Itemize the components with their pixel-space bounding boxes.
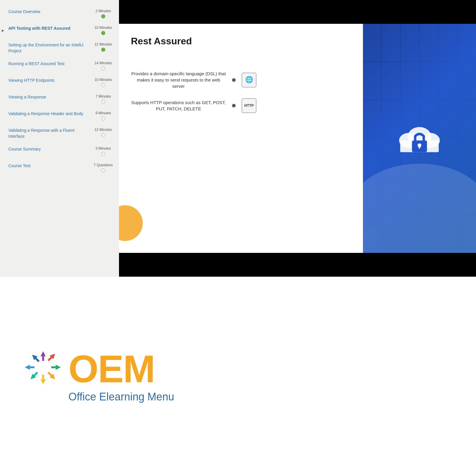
sidebar-item-label-running-test: Running a REST Assured Test (8, 61, 93, 67)
sidebar-item-setting-up[interactable]: Setting up the Environment for an Intell… (6, 39, 116, 57)
point1-connector (232, 78, 236, 82)
sidebar-item-duration-viewing-endpoints: 10 Minutes (95, 78, 112, 82)
sidebar-item-duration-validating-fluent: 12 Minutes (95, 128, 112, 132)
player-section: Course Overview2 MinutesAPI Testing with… (0, 0, 476, 277)
orange-circle-decoration (119, 205, 143, 241)
sidebar-item-label-course-overview: Course Overview (8, 9, 93, 15)
sidebar-item-status-api-testing (101, 31, 105, 35)
video-wrapper: Rest Assured Provides a domain-specific … (119, 24, 476, 253)
sidebar-item-label-validating-header: Validating a Response Header and Body (8, 111, 93, 117)
sidebar-item-viewing-endpoints[interactable]: Viewing HTTP Endpoints10 Minutes (6, 75, 116, 90)
sidebar-item-course-test[interactable]: Course Test7 Questions (6, 160, 116, 176)
sidebar-item-meta-validating-fluent: 12 Minutes (93, 128, 114, 137)
oem-brand-text: OEM (68, 350, 155, 388)
sidebar-item-duration-setting-up: 12 Minutes (95, 42, 112, 46)
content-area: Rest Assured Provides a domain-specific … (119, 0, 476, 277)
logo-container: OEM Office Elearning Menu (24, 350, 174, 403)
slide-frame: Rest Assured Provides a domain-specific … (119, 24, 476, 253)
svg-marker-17 (40, 379, 46, 384)
point1-icon: 🌐 (242, 73, 256, 87)
lock-icon-container (393, 111, 446, 166)
sidebar-item-duration-course-overview: 2 Minutes (95, 9, 111, 13)
sidebar-item-duration-viewing-response: 7 Minutes (95, 94, 111, 98)
oem-arrows-icon (24, 350, 62, 388)
sidebar-item-validating-fluent[interactable]: Validating a Response with a Fluent Inte… (6, 125, 116, 142)
svg-marker-9 (40, 351, 46, 356)
sidebar-item-meta-viewing-response: 7 Minutes (93, 94, 114, 104)
sidebar-item-duration-course-test: 7 Questions (94, 163, 113, 167)
point2-text: Supports HTTP operations such as GET, PO… (131, 99, 226, 112)
sidebar-item-status-validating-header (101, 116, 105, 120)
svg-marker-21 (25, 365, 30, 370)
course-sidebar: Course Overview2 MinutesAPI Testing with… (0, 0, 119, 277)
sidebar-item-label-course-summary: Course Summary (8, 146, 93, 152)
sidebar-item-status-course-overview (101, 14, 105, 18)
sidebar-item-meta-validating-header: 9 Minutes (93, 111, 114, 120)
slide-left: Rest Assured Provides a domain-specific … (119, 24, 363, 253)
sidebar-item-label-viewing-response: Viewing a Response (8, 94, 93, 100)
sidebar-item-label-api-testing: API Testing with REST Assured (8, 26, 93, 32)
sidebar-item-status-validating-fluent (101, 133, 105, 137)
slide-points: Provides a domain-specific language (DSL… (131, 71, 354, 113)
sidebar-item-status-setting-up (101, 48, 105, 52)
sidebar-item-meta-running-test: 14 Minutes (93, 61, 114, 71)
svg-rect-10 (42, 356, 44, 361)
sidebar-item-status-course-summary (101, 152, 105, 156)
sidebar-item-duration-running-test: 14 Minutes (95, 61, 112, 65)
black-bar-top (119, 0, 476, 24)
slide-right (363, 24, 476, 253)
sidebar-item-label-validating-fluent: Validating a Response with a Fluent Inte… (8, 128, 93, 139)
sidebar-item-meta-course-test: 7 Questions (93, 163, 114, 173)
sidebar-item-duration-course-summary: 3 Minutes (95, 146, 111, 151)
sidebar-item-duration-validating-header: 9 Minutes (95, 111, 111, 115)
black-bar-bottom (119, 253, 476, 277)
sidebar-item-status-course-test (101, 168, 105, 173)
svg-rect-18 (42, 375, 44, 379)
slide-point-2: Supports HTTP operations such as GET, PO… (131, 98, 354, 113)
sidebar-item-course-summary[interactable]: Course Summary3 Minutes (6, 143, 116, 159)
sidebar-item-meta-course-overview: 2 Minutes (93, 9, 114, 18)
svg-rect-14 (51, 366, 56, 368)
sidebar-item-course-overview[interactable]: Course Overview2 Minutes (6, 6, 116, 21)
point2-icon: HTTP (242, 98, 256, 113)
bottom-section: OEM Office Elearning Menu (0, 277, 476, 476)
sidebar-item-meta-api-testing: 10 Minutes (93, 26, 114, 35)
sidebar-item-running-test[interactable]: Running a REST Assured Test14 Minutes (6, 58, 116, 73)
sidebar-item-status-viewing-response (101, 100, 105, 104)
sidebar-item-meta-course-summary: 3 Minutes (93, 146, 114, 156)
sidebar-item-label-course-test: Course Test (8, 163, 93, 169)
cloud-arc (363, 164, 476, 253)
svg-rect-8 (35, 358, 40, 362)
sidebar-item-meta-viewing-endpoints: 10 Minutes (93, 78, 114, 87)
svg-marker-13 (56, 365, 61, 370)
oem-tagline: Office Elearning Menu (68, 391, 174, 403)
sidebar-item-meta-setting-up: 12 Minutes (93, 42, 114, 52)
sidebar-item-validating-header[interactable]: Validating a Response Header and Body9 M… (6, 108, 116, 123)
svg-rect-6 (419, 145, 420, 148)
point2-connector (232, 104, 236, 107)
slide-title: Rest Assured (131, 36, 354, 47)
logo-row: OEM (24, 350, 155, 388)
sidebar-item-label-viewing-endpoints: Viewing HTTP Endpoints (8, 78, 93, 84)
sidebar-item-duration-api-testing: 10 Minutes (95, 26, 112, 30)
slide-point-1: Provides a domain-specific language (DSL… (131, 71, 354, 89)
point1-text: Provides a domain-specific language (DSL… (131, 71, 226, 89)
sidebar-item-status-running-test (101, 66, 105, 71)
sidebar-item-label-setting-up: Setting up the Environment for an Intell… (8, 42, 93, 54)
sidebar-item-status-viewing-endpoints (101, 83, 105, 87)
svg-rect-22 (30, 366, 35, 368)
sidebar-item-api-testing[interactable]: API Testing with REST Assured10 Minutes (6, 23, 116, 38)
lock-icon (393, 111, 446, 165)
sidebar-item-viewing-response[interactable]: Viewing a Response7 Minutes (6, 91, 116, 107)
